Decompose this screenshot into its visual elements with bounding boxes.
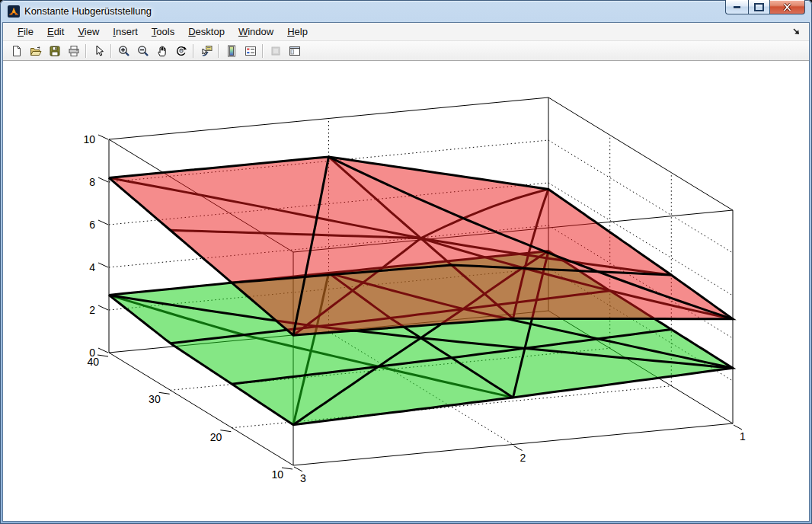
- new-document-icon: [11, 45, 23, 57]
- figure-toolbar: [3, 41, 809, 61]
- z-tick-label: 2: [89, 304, 95, 316]
- menu-item-insert[interactable]: Insert: [106, 24, 145, 40]
- printer-icon: [68, 45, 80, 57]
- data-cursor-button[interactable]: [197, 42, 216, 59]
- dock-figure-icon[interactable]: [791, 27, 801, 37]
- zoom-in-button[interactable]: [114, 42, 133, 59]
- print-figure-button[interactable]: [64, 42, 83, 59]
- zoom-out-icon: [137, 45, 149, 57]
- toolbar-separator: [110, 44, 112, 58]
- zoom-out-button[interactable]: [133, 42, 152, 59]
- x-tick-label: 3: [300, 472, 306, 484]
- y-tick-label: 30: [149, 393, 161, 405]
- show-plot-tools-button[interactable]: [285, 42, 304, 59]
- x-tick-label: 1: [740, 430, 746, 443]
- figure-canvas[interactable]: 024681040302010321: [3, 61, 809, 521]
- y-tick-label: 20: [210, 431, 222, 443]
- minimize-icon: [734, 6, 740, 8]
- menu-item-edit[interactable]: Edit: [40, 24, 71, 40]
- save-floppy-icon: [49, 45, 61, 57]
- rotate-3d-button[interactable]: [171, 42, 190, 59]
- matlab-figure-window: Konstante Hubgerüststellung FileEditView…: [0, 0, 812, 524]
- maximize-icon: [754, 3, 764, 11]
- z-tick-label: 10: [83, 133, 95, 145]
- menu-item-window[interactable]: Window: [232, 24, 280, 40]
- legend-icon: [245, 45, 257, 57]
- menu-item-tools[interactable]: Tools: [145, 24, 181, 40]
- toolbar-separator: [193, 44, 194, 58]
- y-tick-label: 10: [271, 468, 283, 481]
- y-tick-label: 40: [87, 356, 99, 368]
- plot-tools-window-icon: [289, 45, 301, 57]
- new-figure-button[interactable]: [7, 42, 26, 59]
- minimize-button[interactable]: [725, 0, 748, 14]
- menu-item-file[interactable]: File: [11, 24, 40, 40]
- data-cursor-icon: [200, 45, 213, 57]
- zoom-in-icon: [118, 45, 130, 57]
- insert-legend-button[interactable]: [241, 42, 260, 59]
- hide-plot-tools-button[interactable]: [266, 42, 285, 59]
- save-figure-button[interactable]: [45, 42, 64, 59]
- edit-plot-button[interactable]: [89, 42, 108, 59]
- close-icon: [782, 3, 792, 11]
- rotate-3d-icon: [175, 45, 187, 57]
- z-tick-label: 8: [89, 176, 95, 188]
- menu-item-view[interactable]: View: [71, 24, 106, 40]
- maximize-button[interactable]: [748, 0, 770, 14]
- figure-client-area: FileEditViewInsertToolsDesktopWindowHelp: [3, 23, 809, 521]
- x-tick-label: 2: [520, 452, 526, 464]
- toolbar-separator: [218, 44, 219, 58]
- insert-colorbar-button[interactable]: [222, 42, 241, 59]
- close-button[interactable]: [770, 0, 805, 14]
- toolbar-separator: [85, 44, 87, 58]
- surface-plot[interactable]: 024681040302010321: [3, 61, 809, 522]
- z-tick-label: 4: [89, 261, 95, 273]
- z-tick-label: 6: [89, 219, 95, 231]
- titlebar[interactable]: Konstante Hubgerüststellung: [0, 0, 812, 23]
- menu-item-desktop[interactable]: Desktop: [181, 24, 232, 40]
- menu-item-help[interactable]: Help: [280, 24, 315, 40]
- toolbar-separator: [262, 44, 264, 58]
- colorbar-icon: [225, 45, 238, 57]
- open-folder-icon: [30, 45, 42, 57]
- hide-plot-tools-icon: [270, 45, 282, 57]
- pan-hand-icon: [156, 45, 168, 57]
- window-controls: [725, 0, 805, 14]
- pan-button[interactable]: [152, 42, 171, 59]
- pointer-arrow-icon: [93, 45, 105, 57]
- menubar: FileEditViewInsertToolsDesktopWindowHelp: [3, 23, 809, 41]
- open-file-button[interactable]: [26, 42, 45, 59]
- window-title: Konstante Hubgerüststellung: [24, 0, 152, 22]
- matlab-icon: [8, 5, 20, 18]
